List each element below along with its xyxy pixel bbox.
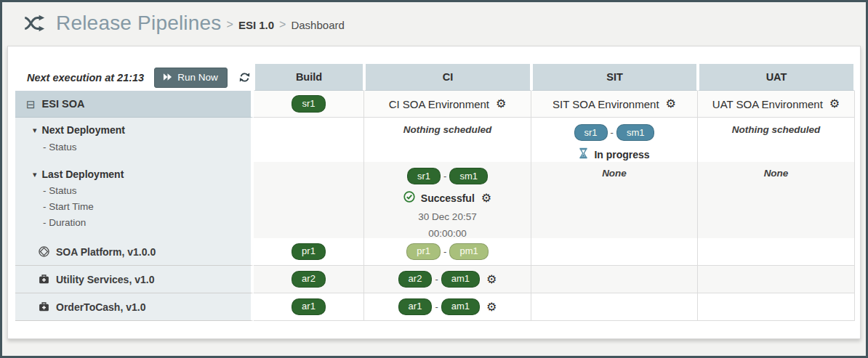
app-uat-cell [698,238,855,266]
version-badge[interactable]: sr1 [292,95,325,112]
refresh-icon[interactable] [238,71,251,84]
badge-dash: - [435,274,438,285]
version-badge[interactable]: ar1 [292,298,326,315]
gear-icon[interactable]: ⚙ [486,301,497,313]
briefcase-plus-icon [39,274,49,285]
environment-name: UAT SOA Environment [712,98,823,110]
version-badge[interactable]: pm1 [449,243,488,260]
pipeline-build-cell: sr1 [254,91,364,118]
start-time-value: 30 Dec 20:57 [418,211,476,222]
next-deployment-header-cell: ▾ Next Deployment - Status [15,118,254,163]
version-badge[interactable]: sm1 [449,168,488,184]
sub-label-start-time: - Start Time [15,201,251,212]
next-sit-cell: sr1 - sm1 In progress [531,118,698,163]
app-ci-cell: ar1 - am1 ⚙ [364,293,531,321]
briefcase-plus-icon [39,301,49,312]
badge-dash: - [443,246,446,257]
gear-icon[interactable]: ⚙ [829,98,840,110]
dashboard-card: Next execution at 21:13 Run Now [7,46,861,339]
app-uat-cell [698,266,855,293]
application-name: OrderToCash, v1.0 [56,301,145,313]
application-header-cell: Utility Services, v1.0 [15,266,254,293]
duration-value: 00:00:00 [428,228,467,239]
caret-down-icon: ▾ [33,126,37,135]
gear-icon[interactable]: ⚙ [666,98,676,110]
version-badge[interactable]: am1 [441,298,480,315]
application-name: Utility Services, v1.0 [56,274,154,285]
app-build-cell: ar2 [254,266,364,293]
group-label: Last Deployment [42,168,124,180]
app-window: Release Pipelines > ESI 1.0 > Dashboard … [0,0,868,358]
breadcrumb-separator: > [279,15,286,31]
column-header-sit: SIT [531,64,698,91]
version-badge[interactable]: sr1 [407,168,441,184]
gear-icon[interactable]: ⚙ [481,192,491,204]
app-sit-cell [531,293,698,321]
none-text: None [764,168,789,179]
app-ci-cell: pr1 - pm1 [364,238,531,266]
pipeline-ci-cell: CI SOA Environment ⚙ [364,91,531,118]
next-build-cell [254,118,364,163]
page-title[interactable]: Release Pipelines [56,12,222,35]
caret-down-icon: ▾ [33,170,37,179]
next-deployment-row: ▾ Next Deployment - Status Nothing sched… [15,118,853,162]
pipeline-uat-cell: UAT SOA Environment ⚙ [698,91,855,118]
app-build-cell: ar1 [254,293,364,321]
next-execution-label: Next execution at 21:13 [27,72,144,84]
nothing-scheduled-text: Nothing scheduled [403,124,492,135]
gear-icon[interactable]: ⚙ [486,274,497,285]
last-build-cell [254,162,364,240]
application-row: OrderToCash, v1.0 ar1 ar1 - am1 ⚙ [15,293,853,321]
application-header-cell: SOA Platform, v1.0.0 [15,238,254,266]
hourglass-icon [579,147,588,162]
platform-icon [39,246,49,257]
app-ci-cell: ar2 - am1 ⚙ [364,266,531,293]
collapse-icon[interactable]: ⊟ [26,99,36,110]
next-uat-cell: Nothing scheduled [698,118,855,163]
version-badge[interactable]: am1 [441,271,480,288]
pipeline-sit-cell: SIT SOA Environment ⚙ [531,91,698,118]
run-now-label: Run Now [177,72,218,83]
app-build-cell: pr1 [254,238,364,266]
environment-name: CI SOA Environment [389,98,489,110]
badge-dash: - [611,127,614,138]
version-badge[interactable]: pr1 [406,243,441,260]
version-badge[interactable]: pr1 [292,243,326,260]
breadcrumb-release[interactable]: ESI 1.0 [238,16,274,31]
status-text: In progress [594,149,649,160]
last-ci-cell: sr1 - sm1 Successful ⚙ 30 Dec 20:57 00: [364,162,531,240]
gear-icon[interactable]: ⚙ [496,98,506,110]
fast-forward-icon [163,72,172,83]
app-uat-cell [698,293,855,321]
version-badge[interactable]: sr1 [574,124,608,141]
version-badge[interactable]: ar2 [398,271,433,288]
version-badge[interactable]: sm1 [616,124,655,141]
sub-label-status: - Status [15,185,251,196]
check-circle-icon [403,191,415,206]
shuffle-icon [24,15,46,32]
table-header-row: Next execution at 21:13 Run Now [15,64,853,91]
badge-dash: - [435,301,438,312]
next-deployment-toggle[interactable]: ▾ Next Deployment [15,118,251,136]
none-text: None [602,168,627,179]
application-header-cell: OrderToCash, v1.0 [15,293,254,321]
run-now-button[interactable]: Run Now [154,68,228,88]
app-sit-cell [531,238,698,266]
version-badge[interactable]: ar2 [292,271,326,288]
version-badge[interactable]: ar1 [398,298,433,315]
last-uat-cell: None [698,162,855,240]
last-deployment-row: ▾ Last Deployment - Status - Start Time … [15,162,853,238]
column-header-build: Build [254,64,364,91]
pipeline-name: ESI SOA [42,98,85,110]
breadcrumb: Release Pipelines > ESI 1.0 > Dashboard [2,2,866,44]
status-text: Successful [421,192,475,204]
pipeline-row: ⊟ ESI SOA sr1 CI SOA Environment ⚙ SIT S… [15,91,853,118]
pipeline-header-cell[interactable]: ⊟ ESI SOA [15,91,254,118]
breadcrumb-separator: > [227,15,233,31]
badge-dash: - [443,171,446,182]
application-row: SOA Platform, v1.0.0 pr1 pr1 - pm1 [15,238,853,266]
last-deployment-toggle[interactable]: ▾ Last Deployment [15,162,251,180]
breadcrumb-current-page: Dashboard [291,16,344,31]
toolbar: Next execution at 21:13 Run Now [15,64,254,91]
application-row: Utility Services, v1.0 ar2 ar2 - am1 ⚙ [15,266,853,293]
